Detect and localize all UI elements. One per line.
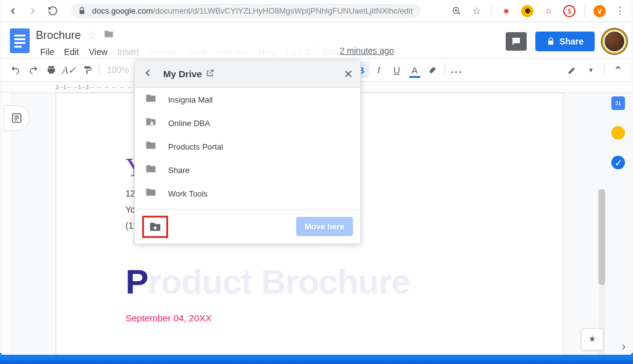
divider: [491, 4, 491, 18]
extension-shield-icon[interactable]: ◇: [542, 5, 554, 17]
keep-icon[interactable]: [611, 126, 625, 140]
move-file-panel: My Drive ✕ Insignia Mall Online DBA Prod…: [134, 60, 361, 244]
section-overview: Product Overview: [125, 353, 511, 355]
menu-tools[interactable]: Tools: [182, 46, 211, 58]
highlight-icon[interactable]: [425, 62, 441, 78]
edit-mode-icon[interactable]: [564, 62, 580, 78]
folder-icon: [145, 163, 157, 177]
share-button[interactable]: Share: [535, 32, 595, 51]
svg-rect-4: [14, 42, 25, 44]
svg-rect-3: [14, 38, 25, 40]
separator: [604, 64, 605, 76]
folder-row-insignia-mall[interactable]: Insignia Mall: [135, 88, 360, 111]
move-panel-title: My Drive: [163, 69, 202, 79]
lock-icon: [546, 37, 555, 46]
open-in-new-icon[interactable]: [206, 69, 215, 80]
folder-label: Work Tools: [168, 189, 208, 198]
folder-shared-icon: [145, 116, 157, 130]
bookmark-star-icon[interactable]: ☆: [471, 6, 482, 17]
expand-sidepanel-icon[interactable]: ›: [622, 340, 626, 353]
menubar: File Edit View Insert Format Tools Add-o…: [36, 46, 506, 58]
vertical-ruler: [1, 93, 12, 355]
folder-row-online-dba[interactable]: Online DBA: [135, 111, 360, 135]
menu-format[interactable]: Format: [145, 46, 181, 58]
svg-rect-1: [10, 28, 30, 53]
docs-app-icon[interactable]: [7, 27, 32, 55]
folder-row-products-portal[interactable]: Products Portal: [135, 135, 360, 158]
explore-button[interactable]: [581, 328, 603, 350]
menu-view[interactable]: View: [85, 46, 112, 58]
folder-icon: [145, 92, 157, 107]
new-folder-button[interactable]: [142, 216, 168, 238]
menu-help[interactable]: Help: [254, 46, 281, 58]
move-folder-icon[interactable]: [103, 28, 114, 42]
comments-icon[interactable]: [506, 32, 527, 51]
svg-rect-14: [153, 227, 157, 228]
divider: [584, 4, 585, 18]
document-date: September 04, 20XX: [125, 313, 511, 323]
folder-label: Insignia Mall: [168, 95, 213, 104]
folder-icon: [145, 139, 157, 154]
menu-edit[interactable]: Edit: [60, 46, 83, 58]
folder-label: Share: [168, 166, 190, 175]
docs-header: Brochure ☆ File Edit View Insert Format …: [1, 22, 632, 58]
svg-rect-2: [14, 35, 25, 36]
user-avatar[interactable]: [603, 30, 626, 53]
browser-menu-icon[interactable]: ⋮: [614, 6, 626, 17]
folder-label: Online DBA: [168, 119, 210, 128]
lock-icon: [78, 7, 86, 15]
paint-format-icon[interactable]: [79, 62, 95, 78]
nav-reload-icon[interactable]: [47, 6, 58, 17]
underline-button[interactable]: U: [389, 62, 405, 78]
collapse-toolbar-icon[interactable]: ⌃: [610, 62, 626, 78]
undo-icon[interactable]: [7, 62, 23, 78]
text-color-button[interactable]: A: [407, 62, 423, 78]
edit-mode-chevron-icon[interactable]: ▼: [583, 62, 599, 78]
menu-file[interactable]: File: [36, 46, 59, 58]
move-back-icon[interactable]: [142, 67, 153, 81]
redo-icon[interactable]: [25, 62, 41, 78]
close-icon[interactable]: ✕: [344, 67, 353, 81]
last-edit-link[interactable]: Last edit was 2 minutes ago: [287, 46, 394, 58]
italic-button[interactable]: I: [371, 62, 387, 78]
nav-forward-icon[interactable]: [27, 6, 38, 17]
star-icon[interactable]: ☆: [87, 28, 97, 42]
brochure-heading: Product Brochure: [125, 261, 511, 302]
folder-icon: [145, 186, 157, 201]
folder-row-work-tools[interactable]: Work Tools: [135, 182, 360, 205]
folder-label: Products Portal: [168, 142, 223, 151]
url-text: docs.google.com/document/d/1LWBvCYIYZLHy…: [92, 6, 413, 15]
print-icon[interactable]: [43, 62, 59, 78]
nav-back-icon[interactable]: [7, 6, 19, 17]
move-here-button[interactable]: Move here: [296, 217, 353, 236]
tasks-icon[interactable]: ✓: [611, 156, 625, 169]
menu-addons[interactable]: Add-ons: [212, 46, 253, 58]
more-button[interactable]: ...: [449, 62, 465, 78]
spellcheck-icon[interactable]: A✓: [61, 62, 77, 78]
browser-zoom-icon[interactable]: [451, 6, 462, 17]
svg-rect-7: [591, 338, 594, 341]
separator: [99, 64, 100, 76]
document-title[interactable]: Brochure: [36, 29, 81, 42]
svg-rect-5: [14, 46, 22, 48]
move-folder-list: Insignia Mall Online DBA Products Portal…: [135, 88, 360, 209]
svg-point-8: [151, 121, 153, 123]
separator: [444, 64, 445, 76]
browser-toolbar: docs.google.com/document/d/1LWBvCYIYZLHy…: [1, 0, 632, 22]
calendar-icon[interactable]: 31: [611, 96, 625, 110]
browser-profile-avatar[interactable]: V: [593, 5, 606, 17]
folder-row-share[interactable]: Share: [135, 158, 360, 182]
outline-button[interactable]: [4, 105, 30, 131]
extension-red-icon[interactable]: ◉: [500, 5, 512, 17]
share-label: Share: [559, 36, 584, 46]
zoom-value[interactable]: 100%: [107, 65, 129, 75]
address-bar[interactable]: docs.google.com/document/d/1LWBvCYIYZLHy…: [70, 4, 420, 18]
extension-circle-icon[interactable]: $: [563, 5, 576, 17]
side-panel: 31 ✓: [603, 96, 632, 169]
menu-insert[interactable]: Insert: [113, 46, 143, 58]
extension-yellow-icon[interactable]: ⊕: [521, 5, 533, 17]
